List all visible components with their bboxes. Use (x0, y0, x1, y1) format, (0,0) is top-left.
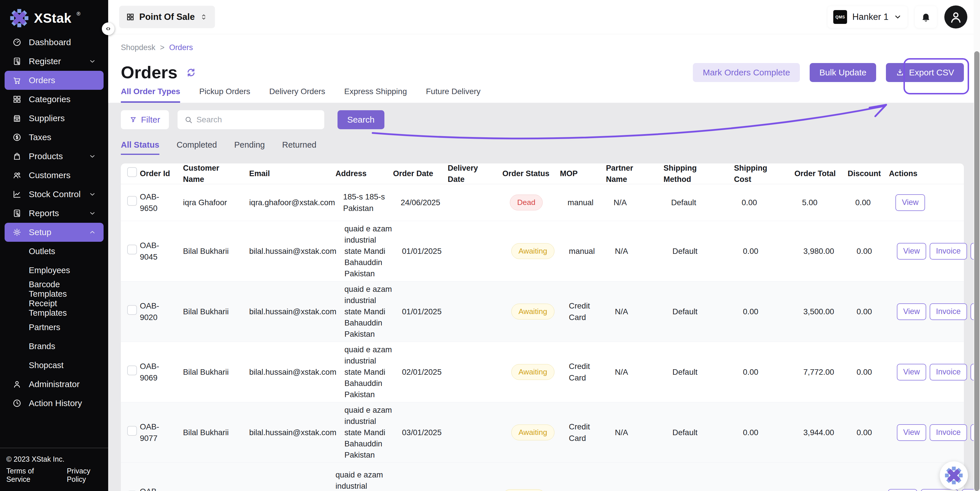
filter-button[interactable]: Filter (121, 110, 169, 129)
row-checkbox-cell (121, 245, 140, 257)
view-order-button[interactable]: View (888, 489, 917, 491)
sidebar-item-taxes[interactable]: Taxes (5, 128, 103, 147)
bell-icon (921, 12, 931, 22)
tab-future-delivery[interactable]: Future Delivery (426, 87, 480, 103)
view-order-button[interactable]: View (897, 424, 926, 441)
view-order-button[interactable]: View (897, 364, 926, 381)
chevron-down-icon (89, 209, 96, 217)
row-checkbox[interactable] (127, 245, 137, 254)
grid-icon (126, 13, 135, 21)
cell-shipping-method: Default (673, 427, 743, 438)
sidebar-item-action-history[interactable]: Action History (5, 394, 103, 413)
column-header: Delivery Date (448, 163, 503, 185)
tab-pickup-orders[interactable]: Pickup Orders (199, 87, 250, 103)
row-checkbox-cell (121, 196, 140, 209)
status-tab-pending[interactable]: Pending (234, 140, 265, 155)
invoice-order-button[interactable]: Invoice (930, 303, 967, 320)
funnel-icon (129, 116, 137, 123)
sidebar-item-reports[interactable]: Reports (5, 204, 103, 223)
mark-orders-complete-button[interactable]: Mark Orders Complete (693, 63, 800, 82)
store-selector[interactable]: QMS Hanker 1 (827, 6, 907, 28)
table-header-row: Order IdCustomer NameEmailAddressOrder D… (121, 163, 964, 184)
app-switcher[interactable]: Point Of Sale (119, 6, 215, 28)
sidebar-item-employees[interactable]: Employees (5, 261, 103, 280)
export-csv-button[interactable]: Export CSV (886, 63, 964, 82)
status-tab-returned[interactable]: Returned (282, 140, 316, 155)
breadcrumb-parent[interactable]: Shopdesk (121, 43, 155, 52)
cell-actions: View (896, 194, 971, 211)
sidebar-item-suppliers[interactable]: Suppliers (5, 109, 103, 128)
page-scrollbar[interactable] (974, 0, 980, 491)
search-input[interactable] (197, 115, 317, 124)
reports-icon (12, 208, 22, 218)
sidebar-item-partners[interactable]: Partners (5, 318, 103, 337)
footer-link-terms-of-service[interactable]: Terms of Service (6, 467, 56, 483)
sidebar-item-customers[interactable]: Customers (5, 166, 103, 185)
cell-mop: Credit Card (569, 421, 615, 443)
search-button[interactable]: Search (337, 110, 384, 129)
sidebar-item-label: Partners (29, 323, 60, 332)
sidebar-item-orders[interactable]: Orders (5, 71, 103, 90)
row-checkbox[interactable] (127, 365, 137, 375)
sidebar-item-register[interactable]: Register (5, 52, 103, 71)
order-status-badge: Dead (510, 194, 542, 211)
sidebar-item-dashboard[interactable]: Dashboard (5, 33, 103, 52)
cell-order-date: 01/01/2025 (402, 306, 457, 317)
sidebar-item-administrator[interactable]: Administrator (5, 375, 103, 394)
sidebar-item-stock-control[interactable]: Stock Control (5, 185, 103, 204)
footer-link-privacy-policy[interactable]: Privacy Policy (67, 467, 108, 483)
order-id-line: 9045 (140, 251, 175, 263)
cell-discount: 0.00 (857, 367, 897, 378)
cell-order-date: 01/01/2025 (402, 246, 457, 257)
refresh-icon[interactable] (186, 67, 197, 78)
cell-shipping-method: Default (673, 306, 743, 317)
sidebar-item-label: Customers (29, 171, 70, 180)
status-tab-all-status[interactable]: All Status (121, 140, 159, 155)
sidebar-item-outlets[interactable]: Outlets (5, 242, 103, 261)
sidebar-item-receipt-templates[interactable]: Receipt Templates (5, 299, 103, 318)
breadcrumb-current[interactable]: Orders (169, 43, 193, 52)
sidebar-item-shopcast[interactable]: Shopcast (5, 356, 103, 375)
user-avatar[interactable] (944, 5, 967, 29)
sidebar-item-setup[interactable]: Setup (5, 223, 103, 242)
scrollbar-thumb[interactable] (974, 51, 979, 491)
row-checkbox[interactable] (127, 305, 137, 315)
sidebar-item-brands[interactable]: Brands (5, 337, 103, 356)
sidebar-item-barcode-templates[interactable]: Barcode Templates (5, 280, 103, 299)
sidebar-item-label: Barcode Templates (29, 280, 96, 299)
invoice-order-button[interactable]: Invoice (930, 243, 967, 260)
row-checkbox[interactable] (127, 196, 137, 206)
bulk-update-button[interactable]: Bulk Update (810, 63, 876, 82)
column-header: Shipping Method (663, 163, 734, 185)
gauge-icon (12, 37, 22, 47)
cell-address: quaid e azam industrial state Mandi Baha… (344, 404, 402, 461)
sidebar-item-categories[interactable]: Categories (5, 90, 103, 109)
tab-all-order-types[interactable]: All Order Types (121, 87, 180, 103)
cell-status: Awaiting (503, 489, 560, 491)
view-order-button[interactable]: View (897, 303, 926, 320)
sidebar-item-products[interactable]: Products (5, 147, 103, 166)
tab-express-shipping[interactable]: Express Shipping (344, 87, 407, 103)
cell-id: OAB-9020 (140, 300, 183, 323)
row-checkbox[interactable] (127, 426, 137, 436)
sidebar-item-label: Action History (29, 399, 82, 408)
view-order-button[interactable]: View (896, 194, 925, 211)
view-order-button[interactable]: View (897, 243, 926, 260)
sidebar-collapse-toggle[interactable] (102, 22, 115, 35)
xstak-floating-button[interactable] (940, 461, 968, 489)
sidebar-footer: © 2023 XStak Inc. Terms of ServicePrivac… (0, 448, 108, 491)
invoice-order-button[interactable]: Invoice (930, 424, 967, 441)
cell-status: Awaiting (511, 424, 569, 441)
select-all-checkbox[interactable] (127, 167, 137, 177)
sidebar-item-label: Register (29, 56, 61, 66)
invoice-order-button[interactable]: Invoice (930, 364, 967, 381)
cell-customer: iqra Ghafoor (183, 197, 249, 208)
cell-order-total: 5.00 (802, 197, 855, 208)
status-tab-completed[interactable]: Completed (177, 140, 217, 155)
order-status-badge: Awaiting (511, 364, 554, 380)
tab-delivery-orders[interactable]: Delivery Orders (269, 87, 325, 103)
page-title: Orders (121, 62, 178, 82)
sidebar-item-label: Outlets (29, 247, 55, 256)
person-icon (949, 10, 963, 24)
notifications-button[interactable] (915, 6, 937, 28)
